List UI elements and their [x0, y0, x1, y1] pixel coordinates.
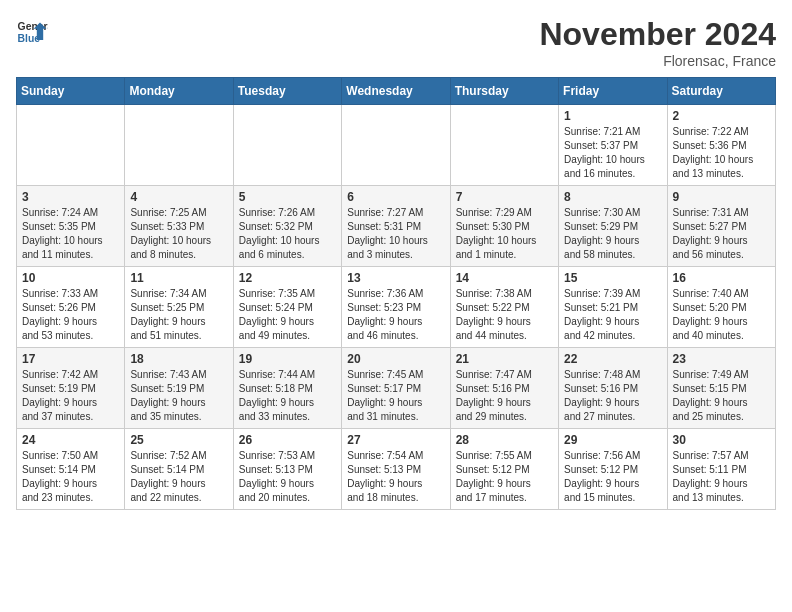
week-row-1: 1Sunrise: 7:21 AM Sunset: 5:37 PM Daylig…: [17, 105, 776, 186]
weekday-header-friday: Friday: [559, 78, 667, 105]
week-row-5: 24Sunrise: 7:50 AM Sunset: 5:14 PM Dayli…: [17, 429, 776, 510]
day-info: Sunrise: 7:56 AM Sunset: 5:12 PM Dayligh…: [564, 449, 661, 505]
day-info: Sunrise: 7:48 AM Sunset: 5:16 PM Dayligh…: [564, 368, 661, 424]
day-number: 2: [673, 109, 770, 123]
day-info: Sunrise: 7:38 AM Sunset: 5:22 PM Dayligh…: [456, 287, 553, 343]
week-row-4: 17Sunrise: 7:42 AM Sunset: 5:19 PM Dayli…: [17, 348, 776, 429]
calendar-cell: 22Sunrise: 7:48 AM Sunset: 5:16 PM Dayli…: [559, 348, 667, 429]
calendar-cell: 3Sunrise: 7:24 AM Sunset: 5:35 PM Daylig…: [17, 186, 125, 267]
calendar-cell: 18Sunrise: 7:43 AM Sunset: 5:19 PM Dayli…: [125, 348, 233, 429]
day-number: 26: [239, 433, 336, 447]
day-number: 6: [347, 190, 444, 204]
day-info: Sunrise: 7:55 AM Sunset: 5:12 PM Dayligh…: [456, 449, 553, 505]
day-number: 24: [22, 433, 119, 447]
day-info: Sunrise: 7:34 AM Sunset: 5:25 PM Dayligh…: [130, 287, 227, 343]
day-number: 22: [564, 352, 661, 366]
day-number: 9: [673, 190, 770, 204]
weekday-header-row: SundayMondayTuesdayWednesdayThursdayFrid…: [17, 78, 776, 105]
day-info: Sunrise: 7:31 AM Sunset: 5:27 PM Dayligh…: [673, 206, 770, 262]
title-block: November 2024 Florensac, France: [539, 16, 776, 69]
calendar-cell: 20Sunrise: 7:45 AM Sunset: 5:17 PM Dayli…: [342, 348, 450, 429]
day-info: Sunrise: 7:21 AM Sunset: 5:37 PM Dayligh…: [564, 125, 661, 181]
calendar-cell: 8Sunrise: 7:30 AM Sunset: 5:29 PM Daylig…: [559, 186, 667, 267]
weekday-header-saturday: Saturday: [667, 78, 775, 105]
calendar-cell: 23Sunrise: 7:49 AM Sunset: 5:15 PM Dayli…: [667, 348, 775, 429]
calendar-cell: [342, 105, 450, 186]
week-row-2: 3Sunrise: 7:24 AM Sunset: 5:35 PM Daylig…: [17, 186, 776, 267]
logo: General Blue: [16, 16, 48, 48]
calendar-cell: 16Sunrise: 7:40 AM Sunset: 5:20 PM Dayli…: [667, 267, 775, 348]
day-info: Sunrise: 7:54 AM Sunset: 5:13 PM Dayligh…: [347, 449, 444, 505]
day-info: Sunrise: 7:22 AM Sunset: 5:36 PM Dayligh…: [673, 125, 770, 181]
day-info: Sunrise: 7:43 AM Sunset: 5:19 PM Dayligh…: [130, 368, 227, 424]
day-number: 21: [456, 352, 553, 366]
day-info: Sunrise: 7:47 AM Sunset: 5:16 PM Dayligh…: [456, 368, 553, 424]
calendar-cell: 6Sunrise: 7:27 AM Sunset: 5:31 PM Daylig…: [342, 186, 450, 267]
day-info: Sunrise: 7:49 AM Sunset: 5:15 PM Dayligh…: [673, 368, 770, 424]
day-number: 3: [22, 190, 119, 204]
calendar-cell: 19Sunrise: 7:44 AM Sunset: 5:18 PM Dayli…: [233, 348, 341, 429]
day-number: 15: [564, 271, 661, 285]
day-number: 23: [673, 352, 770, 366]
day-number: 17: [22, 352, 119, 366]
weekday-header-wednesday: Wednesday: [342, 78, 450, 105]
calendar-cell: 15Sunrise: 7:39 AM Sunset: 5:21 PM Dayli…: [559, 267, 667, 348]
day-number: 7: [456, 190, 553, 204]
calendar-cell: 12Sunrise: 7:35 AM Sunset: 5:24 PM Dayli…: [233, 267, 341, 348]
calendar-cell: 4Sunrise: 7:25 AM Sunset: 5:33 PM Daylig…: [125, 186, 233, 267]
calendar-cell: [17, 105, 125, 186]
day-number: 30: [673, 433, 770, 447]
day-info: Sunrise: 7:52 AM Sunset: 5:14 PM Dayligh…: [130, 449, 227, 505]
day-info: Sunrise: 7:29 AM Sunset: 5:30 PM Dayligh…: [456, 206, 553, 262]
weekday-header-tuesday: Tuesday: [233, 78, 341, 105]
calendar-cell: 1Sunrise: 7:21 AM Sunset: 5:37 PM Daylig…: [559, 105, 667, 186]
day-info: Sunrise: 7:30 AM Sunset: 5:29 PM Dayligh…: [564, 206, 661, 262]
calendar-cell: [233, 105, 341, 186]
day-info: Sunrise: 7:45 AM Sunset: 5:17 PM Dayligh…: [347, 368, 444, 424]
logo-icon: General Blue: [16, 16, 48, 48]
weekday-header-sunday: Sunday: [17, 78, 125, 105]
day-info: Sunrise: 7:42 AM Sunset: 5:19 PM Dayligh…: [22, 368, 119, 424]
day-info: Sunrise: 7:39 AM Sunset: 5:21 PM Dayligh…: [564, 287, 661, 343]
location: Florensac, France: [539, 53, 776, 69]
calendar-cell: 7Sunrise: 7:29 AM Sunset: 5:30 PM Daylig…: [450, 186, 558, 267]
day-info: Sunrise: 7:27 AM Sunset: 5:31 PM Dayligh…: [347, 206, 444, 262]
day-number: 25: [130, 433, 227, 447]
day-info: Sunrise: 7:25 AM Sunset: 5:33 PM Dayligh…: [130, 206, 227, 262]
calendar-cell: 9Sunrise: 7:31 AM Sunset: 5:27 PM Daylig…: [667, 186, 775, 267]
day-info: Sunrise: 7:40 AM Sunset: 5:20 PM Dayligh…: [673, 287, 770, 343]
day-number: 1: [564, 109, 661, 123]
day-number: 14: [456, 271, 553, 285]
day-info: Sunrise: 7:53 AM Sunset: 5:13 PM Dayligh…: [239, 449, 336, 505]
day-number: 18: [130, 352, 227, 366]
day-number: 12: [239, 271, 336, 285]
calendar-cell: 25Sunrise: 7:52 AM Sunset: 5:14 PM Dayli…: [125, 429, 233, 510]
day-number: 19: [239, 352, 336, 366]
day-number: 4: [130, 190, 227, 204]
week-row-3: 10Sunrise: 7:33 AM Sunset: 5:26 PM Dayli…: [17, 267, 776, 348]
day-number: 20: [347, 352, 444, 366]
weekday-header-monday: Monday: [125, 78, 233, 105]
calendar-cell: 27Sunrise: 7:54 AM Sunset: 5:13 PM Dayli…: [342, 429, 450, 510]
calendar-cell: 11Sunrise: 7:34 AM Sunset: 5:25 PM Dayli…: [125, 267, 233, 348]
day-number: 28: [456, 433, 553, 447]
day-number: 27: [347, 433, 444, 447]
day-number: 5: [239, 190, 336, 204]
day-number: 10: [22, 271, 119, 285]
calendar-cell: 2Sunrise: 7:22 AM Sunset: 5:36 PM Daylig…: [667, 105, 775, 186]
day-number: 16: [673, 271, 770, 285]
calendar-cell: 29Sunrise: 7:56 AM Sunset: 5:12 PM Dayli…: [559, 429, 667, 510]
day-info: Sunrise: 7:57 AM Sunset: 5:11 PM Dayligh…: [673, 449, 770, 505]
calendar-table: SundayMondayTuesdayWednesdayThursdayFrid…: [16, 77, 776, 510]
day-info: Sunrise: 7:44 AM Sunset: 5:18 PM Dayligh…: [239, 368, 336, 424]
day-info: Sunrise: 7:35 AM Sunset: 5:24 PM Dayligh…: [239, 287, 336, 343]
day-info: Sunrise: 7:36 AM Sunset: 5:23 PM Dayligh…: [347, 287, 444, 343]
day-number: 8: [564, 190, 661, 204]
calendar-cell: 5Sunrise: 7:26 AM Sunset: 5:32 PM Daylig…: [233, 186, 341, 267]
day-info: Sunrise: 7:24 AM Sunset: 5:35 PM Dayligh…: [22, 206, 119, 262]
calendar-cell: [450, 105, 558, 186]
page-header: General Blue November 2024 Florensac, Fr…: [16, 16, 776, 69]
calendar-cell: 21Sunrise: 7:47 AM Sunset: 5:16 PM Dayli…: [450, 348, 558, 429]
month-title: November 2024: [539, 16, 776, 53]
day-info: Sunrise: 7:26 AM Sunset: 5:32 PM Dayligh…: [239, 206, 336, 262]
